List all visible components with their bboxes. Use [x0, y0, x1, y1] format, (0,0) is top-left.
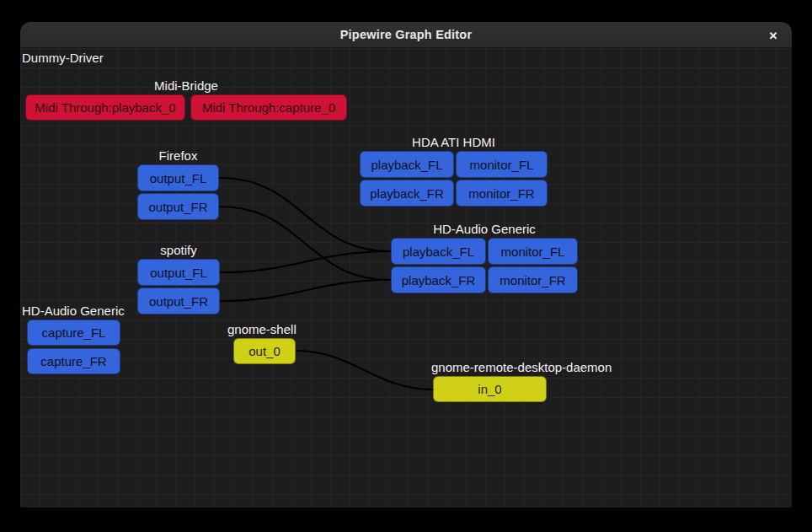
node-title-firefox[interactable]: Firefox [137, 148, 219, 163]
node-title-gnome-remote-desktop-daemon[interactable]: gnome-remote-desktop-daemon [431, 360, 612, 374]
port-hdaudio-monitor-fl[interactable]: monitor_FL [488, 238, 578, 265]
port-spotify-output-fl[interactable]: output_FL [137, 259, 220, 286]
port-hda-playback-fr[interactable]: playback_FR [360, 180, 454, 207]
port-midi-through-capture-0[interactable]: Midi Through:capture_0 [190, 94, 347, 121]
port-firefox-output-fr[interactable]: output_FR [137, 193, 219, 220]
port-hdaudio-monitor-fr[interactable]: monitor_FR [488, 266, 578, 293]
node-title-dummy-driver[interactable]: Dummy-Driver [22, 51, 104, 65]
port-hda-monitor-fl[interactable]: monitor_FL [456, 151, 548, 178]
port-hda-monitor-fr[interactable]: monitor_FR [456, 180, 548, 207]
close-icon[interactable]: ✕ [763, 25, 783, 46]
port-hda-playback-fl[interactable]: playback_FL [360, 151, 454, 178]
port-hdaudio-playback-fl[interactable]: playback_FL [391, 238, 486, 265]
port-spotify-output-fr[interactable]: output_FR [137, 287, 220, 314]
window-title: Pipewire Graph Editor [340, 28, 472, 41]
node-title-midi-bridge[interactable]: Midi-Bridge [25, 78, 347, 93]
node-title-spotify[interactable]: spotify [137, 243, 220, 257]
port-capture-fr[interactable]: capture_FR [27, 348, 120, 374]
port-gnome-shell-out-0[interactable]: out_0 [233, 338, 296, 364]
node-title-hda-ati-hdmi[interactable]: HDA ATI HDMI [360, 135, 548, 149]
port-firefox-output-fl[interactable]: output_FL [137, 164, 219, 191]
node-title-hd-audio-generic-left[interactable]: HD-Audio Generic [22, 304, 125, 318]
port-remote-desktop-in-0[interactable]: in_0 [433, 376, 547, 402]
port-capture-fl[interactable]: capture_FL [27, 320, 120, 346]
port-midi-through-playback-0[interactable]: Midi Through:playback_0 [25, 94, 185, 121]
port-hdaudio-playback-fr[interactable]: playback_FR [391, 266, 486, 293]
node-title-gnome-shell[interactable]: gnome-shell [227, 322, 296, 336]
node-title-hd-audio-generic-right[interactable]: HD-Audio Generic [391, 222, 578, 236]
titlebar[interactable]: Pipewire Graph Editor ✕ [20, 22, 792, 48]
screen: Pipewire Graph Editor ✕ Dummy-Driver Mid… [0, 0, 812, 532]
